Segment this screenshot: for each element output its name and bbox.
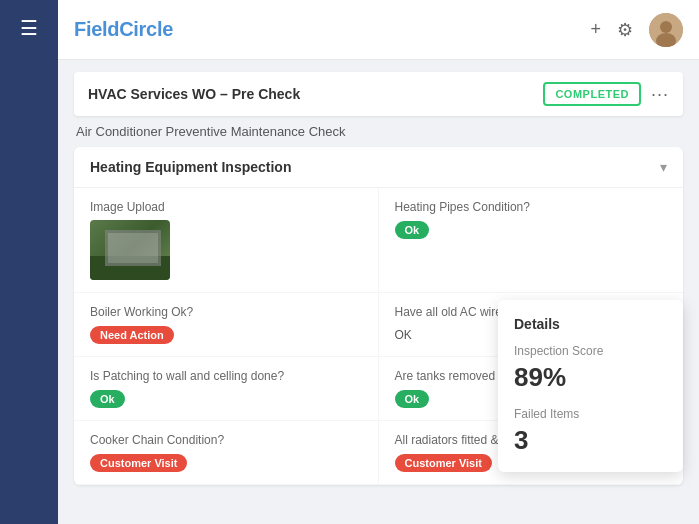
item-label: Cooker Chain Condition? [90,433,362,447]
list-item: Image Upload [74,188,379,293]
header-left: FieldCircle [74,18,173,41]
header-right: + ⚙ [590,13,683,47]
score-label: Inspection Score [514,344,667,358]
add-icon[interactable]: + [590,19,601,40]
item-label: Image Upload [90,200,362,214]
item-label: Is Patching to wall and celling done? [90,369,362,383]
avatar[interactable] [649,13,683,47]
logo: FieldCircle [74,18,173,41]
status-badge: COMPLETED [543,82,641,106]
wo-title: HVAC Services WO – Pre Check [88,86,300,102]
ok-tag[interactable]: Ok [90,390,125,408]
item-label: Boiler Working Ok? [90,305,362,319]
list-item: Is Patching to wall and celling done? Ok [74,357,379,421]
image-thumbnail[interactable] [90,220,170,280]
list-item: Heating Pipes Condition? Ok [379,188,684,293]
ok-tag[interactable]: Ok [395,221,430,239]
avatar-image [649,13,683,47]
details-title: Details [514,316,667,332]
failed-value: 3 [514,425,667,456]
settings-icon[interactable]: ⚙ [617,19,633,41]
header: FieldCircle + ⚙ [58,0,699,60]
sidebar: ☰ [0,0,58,524]
subtitle: Air Conditioner Preventive Maintenance C… [74,124,683,139]
failed-label: Failed Items [514,407,667,421]
list-item: Boiler Working Ok? Need Action [74,293,379,357]
menu-icon[interactable]: ☰ [20,16,38,40]
ok-text: OK [395,328,412,342]
ok-tag[interactable]: Ok [395,390,430,408]
customer-visit-tag[interactable]: Customer Visit [395,454,492,472]
customer-visit-tag[interactable]: Customer Visit [90,454,187,472]
details-panel: Details Inspection Score 89% Failed Item… [498,300,683,472]
logo-circle: Circle [119,18,173,40]
score-value: 89% [514,362,667,393]
more-button[interactable]: ··· [651,84,669,105]
item-label: Heating Pipes Condition? [395,200,668,214]
need-action-tag[interactable]: Need Action [90,326,174,344]
card-header: Heating Equipment Inspection ▾ [74,147,683,188]
logo-field: Field [74,18,119,40]
chevron-down-icon[interactable]: ▾ [660,159,667,175]
work-order-bar: HVAC Services WO – Pre Check COMPLETED ·… [74,72,683,116]
section-title: Heating Equipment Inspection [90,159,291,175]
svg-point-1 [660,21,672,33]
wo-right: COMPLETED ··· [543,82,669,106]
list-item: Cooker Chain Condition? Customer Visit [74,421,379,485]
